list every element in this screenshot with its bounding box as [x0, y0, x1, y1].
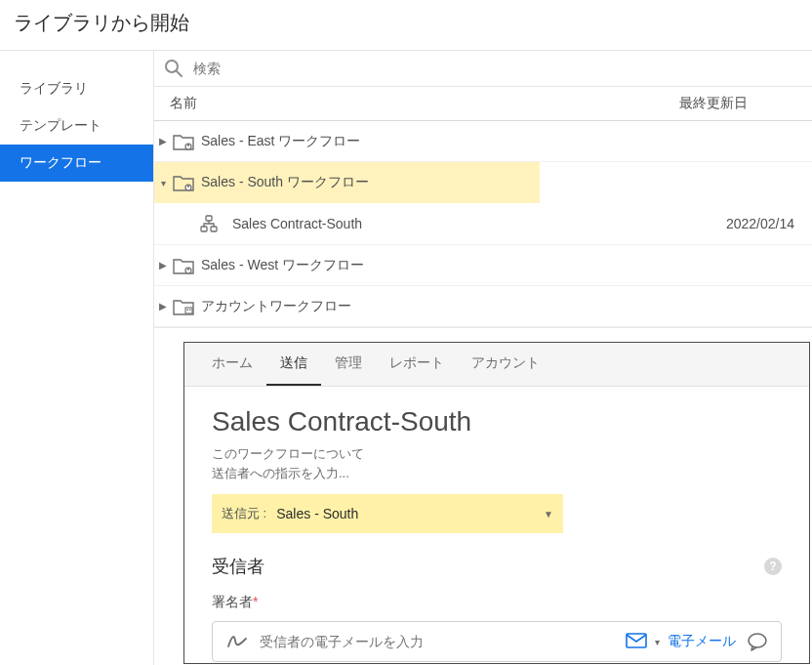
search-icon	[164, 59, 183, 78]
search-input[interactable]	[193, 61, 802, 76]
tree-row-account[interactable]: ▶ アカウントワークフロー	[154, 286, 812, 327]
tree-label: アカウントワークフロー	[195, 298, 812, 315]
tree-label: Sales - West ワークフロー	[195, 257, 812, 274]
tree-row-south[interactable]: ▾ Sales - South ワークフロー	[154, 162, 540, 203]
col-date: 最終更新日	[679, 95, 796, 112]
tree-child-label: Sales Contract-South	[221, 216, 540, 231]
caret-icon[interactable]: ▶	[154, 136, 172, 146]
group-folder-icon	[172, 133, 195, 150]
workflow-icon	[197, 215, 221, 232]
pen-icon	[223, 633, 252, 650]
recipient-email-input[interactable]	[252, 634, 626, 649]
caret-icon[interactable]: ▶	[154, 260, 172, 270]
tab-home[interactable]: ホーム	[198, 343, 266, 386]
workflow-detail-panel: ホーム 送信 管理 レポート アカウント Sales Contract-Sout…	[183, 342, 810, 664]
instructions-text: 送信者への指示を入力...	[212, 465, 782, 482]
svg-rect-6	[206, 216, 212, 221]
detail-tabs: ホーム 送信 管理 レポート アカウント	[184, 343, 809, 387]
about-text: このワークフローについて	[212, 445, 782, 463]
tree-child-date: 2022/02/14	[695, 216, 812, 231]
tree-row-east[interactable]: ▶ Sales - East ワークフロー	[154, 121, 812, 162]
chevron-down-icon: ▼	[544, 509, 553, 520]
svg-point-5	[187, 185, 189, 187]
email-type-link[interactable]: 電子メール	[668, 633, 736, 650]
col-name: 名前	[170, 95, 679, 112]
signer-label: 署名者	[212, 594, 253, 609]
recipients-heading: 受信者	[212, 555, 264, 578]
page-title: ライブラリから開始	[0, 0, 812, 51]
help-icon[interactable]: ?	[764, 558, 782, 575]
chat-icon[interactable]	[744, 632, 771, 651]
tree-row-west[interactable]: ▶ Sales - West ワークフロー	[154, 245, 812, 286]
tab-manage[interactable]: 管理	[321, 343, 376, 386]
sidebar-item-template[interactable]: テンプレート	[0, 107, 153, 145]
send-from-select[interactable]: 送信元 : Sales - South ▼	[212, 494, 563, 533]
svg-rect-7	[201, 227, 207, 231]
svg-point-3	[187, 144, 189, 145]
list-header: 名前 最終更新日	[154, 87, 812, 121]
sidebar-item-workflow[interactable]: ワークフロー	[0, 145, 153, 182]
svg-rect-13	[189, 309, 191, 311]
envelope-icon[interactable]	[626, 633, 647, 651]
svg-rect-14	[627, 634, 646, 647]
svg-rect-11	[185, 308, 192, 313]
detail-title: Sales Contract-South	[212, 406, 782, 437]
send-from-label: 送信元 :	[222, 505, 266, 522]
tree-row-south-child[interactable]: Sales Contract-South 2022/02/14	[154, 203, 812, 245]
svg-point-10	[187, 268, 189, 270]
tree-label: Sales - South ワークフロー	[195, 174, 540, 191]
tree-label: Sales - East ワークフロー	[195, 133, 812, 150]
svg-rect-8	[211, 227, 217, 231]
tab-send[interactable]: 送信	[266, 343, 321, 386]
account-folder-icon	[172, 298, 195, 315]
required-marker: *	[253, 594, 258, 609]
send-from-value: Sales - South	[276, 506, 544, 521]
sidebar-item-library[interactable]: ライブラリ	[0, 70, 153, 107]
workflow-tree: ▶ Sales - East ワークフロー ▾ Sales - South ワー…	[154, 121, 812, 328]
recipient-row: ▾ 電子メール	[212, 621, 782, 662]
caret-icon[interactable]: ▶	[154, 301, 172, 312]
search-bar	[154, 51, 812, 87]
group-folder-icon	[172, 257, 195, 274]
sidebar: ライブラリ テンプレート ワークフロー	[0, 51, 154, 665]
chevron-down-icon[interactable]: ▾	[655, 637, 660, 647]
group-folder-icon	[172, 174, 195, 191]
svg-rect-12	[187, 309, 189, 311]
tab-report[interactable]: レポート	[376, 343, 458, 386]
caret-down-icon[interactable]: ▾	[154, 178, 172, 188]
svg-point-0	[166, 61, 178, 72]
tab-account[interactable]: アカウント	[458, 343, 553, 386]
svg-point-15	[749, 634, 766, 647]
svg-line-1	[177, 71, 182, 76]
